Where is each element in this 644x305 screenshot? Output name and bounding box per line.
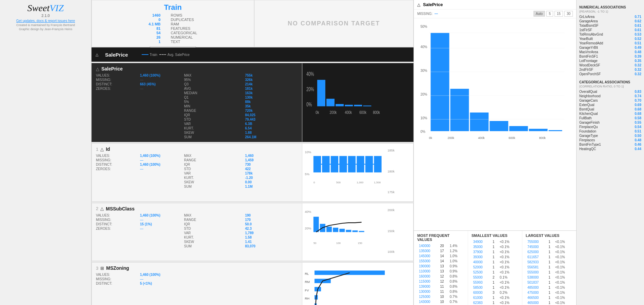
- mssubclass-icon: △: [100, 206, 104, 211]
- cell-pct: 0.7%: [449, 294, 464, 299]
- saleprice-header: △ SalePrice Train Avg. SalePrice: [92, 47, 414, 62]
- assoc-value: 0.54: [635, 125, 641, 129]
- p95-val: 326k: [245, 78, 306, 82]
- cell-count: 20: [439, 244, 448, 248]
- assoc-value: 0.68: [635, 107, 641, 111]
- categorical-assoc-list: OverallQual 0.83Neighborhood 0.74GarageC…: [579, 89, 641, 151]
- median-label: MEDIAN: [184, 91, 245, 95]
- svg-text:RM: RM: [305, 280, 310, 284]
- bin-buttons: Auto 5 15 30: [534, 11, 573, 17]
- assoc-value: 0.44: [635, 147, 641, 151]
- missing-row: MISSING: — Auto 5 15 30: [414, 9, 576, 18]
- table-row: 555000 1 <0.1%: [526, 270, 572, 274]
- cell-pct: <0.1%: [554, 275, 572, 280]
- mszoning-chart: 0% 20% 40% 60% 80% RL RM FV RH: [302, 263, 413, 305]
- assoc-name: LotFrontage: [579, 59, 598, 63]
- largest-table: 755000 1 <0.1%745000 1 <0.1%625000 1 <0.…: [526, 239, 573, 305]
- most-frequent-title: MOST FREQUENT VALUES: [417, 233, 464, 242]
- svg-text:RL: RL: [305, 272, 309, 276]
- train-legend-line: [142, 54, 148, 55]
- cell-count: 12: [439, 274, 448, 279]
- table-row: 55993 1 <0.1%: [472, 280, 518, 285]
- median-val: 163k: [245, 91, 306, 95]
- svg-text:RH: RH: [305, 297, 309, 300]
- stats-values-col: 1460 0 4.1 MB 81 54 26 1: [148, 13, 160, 44]
- assoc-name: KitchenQual: [579, 112, 598, 116]
- table-row: 40000 1 <0.1%: [472, 260, 518, 264]
- bin-15-btn[interactable]: 15: [555, 11, 563, 17]
- bottom-panel: MOST FREQUENT VALUES 140000 20 1.4%13500…: [414, 230, 576, 305]
- svg-text:200k: 200k: [448, 136, 455, 140]
- skew-label: SKEW: [184, 131, 245, 135]
- table-row: 155000 14 1.0%: [418, 259, 464, 263]
- list-item: TotalBsmtSF 0.61: [579, 23, 641, 28]
- cell-value: 40000: [472, 260, 491, 264]
- bin-30-btn[interactable]: 30: [564, 11, 573, 17]
- svg-text:200k: 200k: [330, 109, 337, 115]
- cell-pct: 1.0%: [449, 254, 464, 258]
- list-item: LotFrontage 0.35: [579, 59, 641, 63]
- cell-value: 110000: [418, 269, 438, 273]
- cell-count: 1: [491, 250, 498, 254]
- numerical-assoc-subtitle: (PEARSON, -1 TO 1): [579, 10, 641, 13]
- p95-label: 95%: [184, 78, 245, 82]
- feature-row-mszoning: 3 ⊞ MSZoning VALUES: 1,460 (100%) MISSIN…: [92, 262, 414, 305]
- cell-count: 1: [547, 260, 554, 264]
- cell-value: 125000: [418, 294, 438, 299]
- no-comparison-label: NO COMPARISON TARGET: [288, 20, 380, 27]
- svg-text:0%: 0%: [421, 130, 426, 134]
- cell-pct: <0.1%: [554, 280, 572, 285]
- bin-5-btn[interactable]: 5: [546, 11, 553, 17]
- svg-rect-77: [450, 89, 469, 131]
- list-item: OverallQual 0.83: [579, 89, 641, 94]
- saleprice-icon: △: [96, 66, 99, 72]
- table-row: 60000 3 0.2%: [472, 290, 518, 295]
- list-item: 2ndFlrSF 0.32: [579, 67, 641, 72]
- table-row: 115000 12 0.8%: [418, 279, 464, 284]
- cell-value: 39300: [472, 255, 491, 259]
- table-row: 135000 17 1.2%: [418, 249, 464, 253]
- smallest-table: 34900 1 <0.1%35000 1 <0.1%37900 1 <0.1%3…: [471, 239, 519, 305]
- cell-count: 1: [491, 265, 498, 269]
- p5-val: 88k: [245, 100, 306, 104]
- mszoning-number: 3: [96, 266, 98, 271]
- ram-label: RAM: [171, 22, 179, 26]
- svg-text:800k: 800k: [539, 136, 546, 140]
- created-by: Created & maintained by François Bertran…: [16, 23, 75, 27]
- assoc-value: 0.51: [635, 129, 641, 133]
- min-val: 35k: [245, 104, 306, 108]
- assoc-name: OverallQual: [579, 90, 597, 94]
- svg-text:0k: 0k: [316, 109, 319, 115]
- train-stats: 1460 0 4.1 MB 81 54 26 1 ROWS DUPLICATES…: [148, 13, 197, 44]
- range-label: RANGE: [184, 109, 245, 113]
- cell-value: 62383: [472, 301, 491, 305]
- zeroes-val: —: [140, 87, 184, 90]
- cell-value: 55993: [472, 280, 491, 285]
- table-row: 62383 1 <0.1%: [472, 301, 518, 305]
- assoc-name: FireplaceQu: [579, 125, 598, 129]
- cell-count: 1: [491, 296, 498, 300]
- table-row: 125000 10 0.7%: [418, 294, 464, 299]
- cell-pct: 0.2%: [499, 290, 518, 295]
- cell-value: 61000: [472, 296, 491, 300]
- list-item: TotRmsAbvGnd 0.53: [579, 32, 641, 37]
- id-chart: 10% 5% 185k 180k 175k: [302, 144, 413, 201]
- cell-pct: <0.1%: [499, 250, 518, 254]
- cell-pct: <0.1%: [499, 270, 518, 274]
- table-row: 34900 1 <0.1%: [472, 240, 518, 244]
- id-title-bar: 1 △ Id: [96, 146, 298, 152]
- duplicates-label: DUPLICATES: [171, 18, 194, 22]
- center-chart-area: 50% 40% 30% 20% 10% 0% 0k 200k 400k 600k…: [414, 18, 576, 230]
- svg-text:1,000: 1,000: [357, 181, 363, 184]
- update-link[interactable]: Get updates, docs & report issues here: [16, 19, 75, 23]
- cell-count: 2: [491, 275, 498, 280]
- cell-pct: 1.4%: [449, 244, 464, 248]
- svg-text:5%: 5%: [305, 172, 309, 176]
- scroll-area[interactable]: △ SalePrice VALUES: 1,460 (100%) MAX 755…: [92, 62, 414, 305]
- smallest-values-section: SMALLEST VALUES 34900 1 <0.1%35000 1 <0.…: [468, 231, 522, 305]
- svg-rect-38: [346, 230, 351, 232]
- svg-text:600k: 600k: [359, 109, 366, 115]
- logo-sweet: Sweet: [27, 3, 49, 13]
- cell-value: 135000: [418, 249, 438, 253]
- bin-auto-btn[interactable]: Auto: [534, 11, 545, 17]
